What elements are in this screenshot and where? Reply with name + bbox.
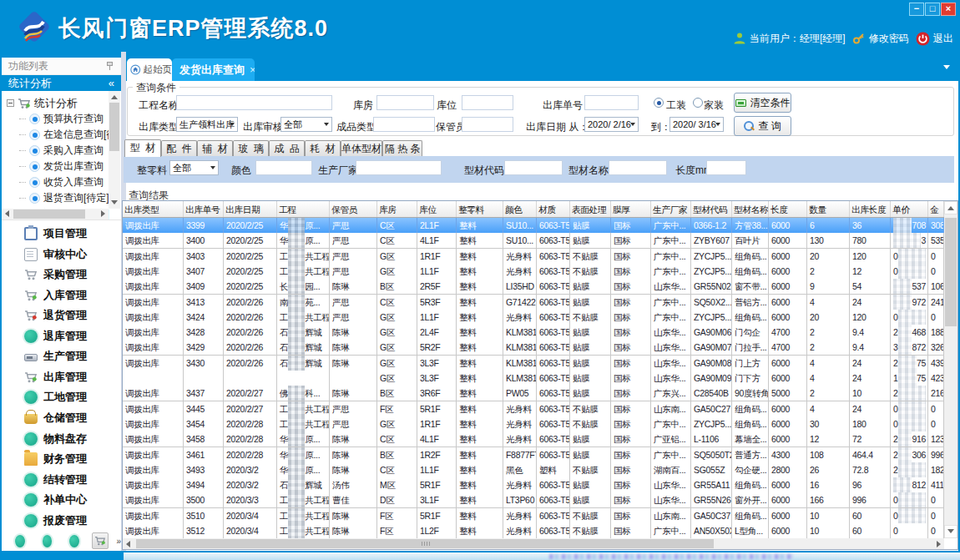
sidebar-module-7[interactable]: 生产管理: [2, 346, 121, 366]
sidebar-module-10[interactable]: 仓储管理: [2, 408, 121, 428]
sidebar-module-6[interactable]: 退库管理: [2, 326, 121, 346]
grid-vertical-scrollbar[interactable]: [944, 201, 957, 538]
warehouse-input[interactable]: [376, 95, 434, 110]
table-row[interactable]: 调拨出库33992020/2/25华原...严思C区2L1F整料SU10...6…: [123, 218, 944, 234]
module-dot-icon[interactable]: [43, 535, 53, 547]
table-row[interactable]: 调拨出库34942020/3/2石辉城汤伟M区5R1F整料光身料6063-T5贴…: [123, 477, 944, 493]
material-tab-2[interactable]: 配 件: [161, 140, 197, 157]
sidebar-group-header[interactable]: 统计分析 «: [2, 75, 121, 91]
sidebar-module-2[interactable]: 审核中心: [2, 245, 121, 265]
tree-root[interactable]: 统计分析: [7, 95, 78, 111]
material-tab-5[interactable]: 成 品: [269, 140, 305, 157]
product-type-input[interactable]: [373, 117, 435, 132]
material-tab-3[interactable]: 辅 材: [197, 140, 233, 157]
radio-jiazhuang[interactable]: [693, 98, 703, 108]
grid-column-header[interactable]: 膜厚: [611, 201, 651, 217]
grid-column-header[interactable]: 生产厂家: [651, 201, 691, 217]
tab-active[interactable]: 发货出库查询 ×: [172, 58, 255, 81]
grid-column-header[interactable]: 单价: [891, 201, 928, 217]
grid-column-header[interactable]: 材质: [537, 201, 570, 217]
grid-column-header[interactable]: 整零料: [457, 201, 503, 217]
grid-horizontal-scrollbar[interactable]: [123, 538, 944, 549]
table-row[interactable]: 调拨出库34092020/2/25长园...陈琳B区2R5F整料LI35HD60…: [123, 279, 944, 295]
date-to-picker[interactable]: 2020/ 3/16: [669, 117, 724, 132]
table-row[interactable]: 调拨出库34582020/2/28华原...陈琳C区4L1F整料光身料6063-…: [123, 431, 944, 447]
sidebar-module-1[interactable]: 项目管理: [2, 224, 121, 244]
sidebar-module-3[interactable]: 采购管理: [2, 265, 121, 285]
tab-home[interactable]: 起始页: [127, 58, 172, 81]
date-from-picker[interactable]: 2020/ 2/16: [584, 117, 639, 132]
tree-item[interactable]: 收货入库查询: [19, 174, 104, 190]
sidebar-module-14[interactable]: 补单中心: [2, 490, 121, 510]
color-input[interactable]: [255, 160, 312, 175]
search-button[interactable]: 查 询: [734, 116, 791, 136]
project-name-input[interactable]: [176, 95, 332, 110]
name-input[interactable]: [609, 160, 667, 175]
tree-vertical-scrollbar[interactable]: [109, 91, 120, 209]
pin-icon[interactable]: [106, 61, 114, 71]
grid-column-header[interactable]: 库位: [417, 201, 457, 217]
table-row[interactable]: 调拨出库34002020/2/25华原...严思C区4L1F整料SU10...6…: [123, 233, 944, 249]
table-row[interactable]: G区3L3F整料KLM38176063-T5贴膜国标山东华...GA90M09.…: [123, 371, 944, 386]
grid-column-header[interactable]: 库房: [377, 201, 417, 217]
radio-gongzhuang[interactable]: [654, 98, 664, 108]
minimize-button[interactable]: −: [909, 3, 924, 16]
sidebar-module-5[interactable]: 退货管理: [2, 305, 121, 325]
sidebar-module-8[interactable]: 出库管理: [2, 367, 121, 387]
close-button[interactable]: ×: [941, 3, 956, 16]
code-input[interactable]: [504, 160, 563, 175]
grid-column-header[interactable]: 金: [928, 201, 944, 217]
order-no-input[interactable]: [584, 95, 639, 110]
grid-column-header[interactable]: 长度: [769, 201, 807, 217]
clear-button[interactable]: 清空条件: [734, 93, 791, 113]
table-row[interactable]: 调拨出库34292020/2/26石辉城陈琳G区5R2F整料KLM3817606…: [123, 340, 944, 356]
table-row[interactable]: 调拨出库34032020/2/25工共工程严思G区1R1F整料光身料6063-T…: [123, 249, 944, 265]
grid-column-header[interactable]: 出库日期: [224, 201, 277, 217]
table-row[interactable]: 调拨出库34542020/2/28工共工程严思G区1R1F整料光身料6063-T…: [123, 416, 944, 432]
material-tab-8[interactable]: 隔 热 条: [382, 140, 422, 157]
table-row[interactable]: 调拨出库35002020/3/3工共工程曹佳D区3L1F整料LT3P606063…: [123, 492, 944, 508]
table-row[interactable]: 调拨出库35122020/3/4工共工程陈琳F区1L2F整料光身料6063-T5…: [123, 523, 944, 538]
sidebar-module-12[interactable]: 财务管理: [2, 449, 121, 469]
grid-column-header[interactable]: 工程: [277, 201, 330, 217]
tree-expander-icon[interactable]: [7, 99, 14, 107]
table-row[interactable]: 调拨出库34452020/2/27工共工程严思F区5R1F整料光身料6063-T…: [123, 401, 944, 417]
material-tab-1[interactable]: 型 材: [124, 139, 161, 157]
grid-column-header[interactable]: 出库类型: [123, 201, 184, 217]
maximize-button[interactable]: □: [925, 3, 940, 16]
table-row[interactable]: 调拨出库34302020/2/26石辉城陈琳G区3L3F整料KLM3817606…: [123, 356, 944, 371]
table-row[interactable]: 调拨出库34072020/2/25工共工程严思G区1L1F整料光身料6063-T…: [123, 264, 944, 280]
tree-item[interactable]: 在途信息查询[待: [19, 127, 116, 143]
sidebar-module-4[interactable]: 入库管理: [2, 285, 121, 305]
sidebar-module-13[interactable]: 结转管理: [2, 470, 121, 490]
table-row[interactable]: 调拨出库34932020/3/2华原...陈琳C区1L1F整料黑色塑料不贴膜国标…: [123, 462, 944, 478]
collapse-icon[interactable]: «: [109, 75, 114, 91]
table-row[interactable]: 调拨出库35102020/3/4工共工程陈琳F区5R1F整料光身料6063-T5…: [123, 508, 944, 524]
maker-input[interactable]: [356, 160, 442, 175]
table-row[interactable]: 调拨出库34372020/2/27佛科...陈琳B区3R6F整料PW056063…: [123, 386, 944, 401]
change-password-link[interactable]: 修改密码: [869, 32, 909, 46]
module-dot-icon[interactable]: [15, 535, 25, 547]
logout-link[interactable]: 退出: [933, 32, 953, 46]
grid-column-header[interactable]: 出库单号: [184, 201, 224, 217]
tree-item[interactable]: 预算执行查询: [19, 111, 104, 127]
grid-column-header[interactable]: 型材代码: [691, 201, 732, 217]
length-input[interactable]: [706, 160, 746, 175]
tree-item[interactable]: 采购入库查询: [19, 143, 104, 159]
grid-column-header[interactable]: 颜色: [503, 201, 537, 217]
table-row[interactable]: 调拨出库34132020/2/26南苑...严思C区5R3F整料G7142260…: [123, 295, 944, 310]
sidebar-module-15[interactable]: 报废管理: [2, 511, 121, 531]
tree-horizontal-scrollbar[interactable]: [2, 209, 109, 219]
out-type-dropdown[interactable]: 生产领料出库: [176, 117, 238, 132]
module-cart-button[interactable]: [92, 532, 109, 549]
grid-column-header[interactable]: 出库长度: [850, 201, 891, 217]
grid-column-header[interactable]: 数量: [807, 201, 850, 217]
table-row[interactable]: 调拨出库34242020/2/26工共工程严思G区1L1F整料光身料6063-T…: [123, 310, 944, 325]
tree-item[interactable]: 发货出库查询: [19, 159, 104, 174]
table-row[interactable]: 调拨出库34612020/2/28华原...陈琳B区1R2F整料F8877FT6…: [123, 447, 944, 463]
grid-column-header[interactable]: 保管员: [330, 201, 377, 217]
material-tab-7[interactable]: 单体型材: [341, 140, 382, 157]
material-tab-6[interactable]: 耗 材: [305, 140, 341, 157]
audit-dropdown[interactable]: 全部: [280, 117, 332, 132]
material-tab-4[interactable]: 玻 璃: [233, 140, 269, 157]
